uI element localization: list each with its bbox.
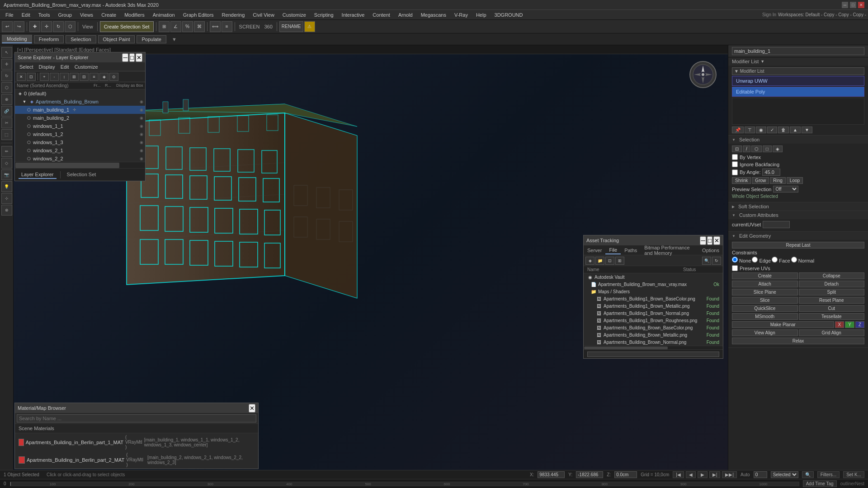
angle-snap[interactable]: ∠ — [170, 21, 181, 32]
lt-helper[interactable]: ⊹ — [1, 193, 12, 204]
play-btn[interactable]: ▶ — [698, 471, 708, 478]
lt-snap[interactable]: ⊕ — [1, 94, 12, 105]
menu-customize[interactable]: Customize — [279, 11, 310, 19]
grow-btn[interactable]: Grow — [752, 177, 769, 184]
menu-group[interactable]: Group — [54, 11, 75, 19]
reset-plane-btn[interactable]: Reset Plane — [799, 297, 865, 304]
se-row-w13[interactable]: ⬡ windows_1_3 ◉ — [15, 138, 145, 146]
se-row-w22[interactable]: ⬡ windows_2_2 ◉ — [15, 155, 145, 162]
frame-input[interactable] — [754, 471, 767, 478]
at-row-maxfile[interactable]: 📄 Apartments_Building_Brown_max_vray.max… — [584, 281, 723, 288]
mb-titlebar[interactable]: Material/Map Browser ✕ — [15, 403, 258, 413]
menu-views[interactable]: Views — [76, 11, 97, 19]
maximize-button[interactable]: □ — [850, 2, 856, 8]
se-tb-2[interactable]: ⊡ — [27, 73, 36, 81]
lt-light[interactable]: 💡 — [1, 181, 12, 192]
at-tb-refresh[interactable]: ↻ — [712, 257, 721, 265]
tessellate-btn[interactable]: Tessellate — [799, 313, 865, 320]
search-btn[interactable]: 🔍 — [802, 471, 814, 478]
scale-button[interactable]: ⬡ — [65, 21, 75, 32]
se-menu-display[interactable]: Display — [36, 63, 58, 70]
y-coord[interactable] — [576, 471, 603, 478]
align-button[interactable]: ≡ — [222, 21, 232, 32]
se-menu-edit[interactable]: Edit — [58, 63, 72, 70]
at-row-vault[interactable]: ◉ Autodesk Vault — [584, 273, 723, 281]
timeline[interactable]: 100 200 300 400 500 600 700 800 900 1000 — [10, 482, 799, 486]
se-menu-customize[interactable]: Customize — [72, 63, 101, 70]
relax-btn[interactable]: Relax — [732, 338, 864, 344]
preview-sel-select[interactable]: Off SubObj — [773, 186, 798, 192]
at-row-img4[interactable]: 🖼 Apartments_Building1_Brown_Roughness.p… — [584, 317, 723, 324]
redo-button[interactable]: ↪ — [14, 21, 24, 32]
se-tab-selection[interactable]: Selection Set — [64, 171, 99, 179]
menu-create[interactable]: Create — [98, 11, 120, 19]
se-row-w21[interactable]: ⬡ windows_2_1 ◉ — [15, 146, 145, 155]
rotate-button[interactable]: ↻ — [53, 21, 64, 32]
soft-selection-header[interactable]: ▶ Soft Selection — [728, 202, 868, 211]
at-tb-3[interactable]: ⊡ — [605, 257, 614, 265]
mb-close[interactable]: ✕ — [249, 404, 255, 413]
mirror-button[interactable]: ⟺ — [210, 21, 221, 32]
at-minimize[interactable]: ─ — [700, 236, 706, 245]
mod-show-result[interactable]: ◉ — [756, 127, 766, 133]
tab-selection[interactable]: Selection — [66, 35, 96, 43]
close-button[interactable]: ✕ — [858, 2, 864, 8]
by-angle-input[interactable] — [762, 169, 780, 176]
mb-search-input[interactable] — [17, 414, 256, 422]
menu-scripting[interactable]: Scripting — [311, 11, 337, 19]
at-row-img5[interactable]: 🖼 Apartments_Building_Brown_BaseColor.pn… — [584, 324, 723, 331]
x-coord[interactable] — [538, 471, 565, 478]
msmooth-btn[interactable]: MSmooth — [732, 313, 798, 320]
se-row-0-default[interactable]: ◈ 0 (default) — [15, 89, 145, 98]
custom-attributes-header[interactable]: ▼ Custom Attributes — [728, 211, 868, 219]
at-row-maps[interactable]: 📁 Maps / Shaders — [584, 288, 723, 295]
set-key-btn[interactable]: Set K... — [843, 471, 864, 478]
menu-tools[interactable]: Tools — [35, 11, 54, 19]
by-angle-cb[interactable] — [732, 169, 738, 175]
make-planar-btn[interactable]: Make Planar — [732, 321, 834, 328]
menu-edit[interactable]: Edit — [18, 11, 34, 19]
selected-dropdown[interactable]: Selected — [771, 471, 798, 478]
ring-btn[interactable]: Ring — [770, 177, 786, 184]
menu-3dground[interactable]: 3DGROUND — [491, 11, 527, 19]
modifier-list-header[interactable]: Modifier List ▼ — [728, 57, 868, 66]
play-end[interactable]: ▶▶| — [722, 471, 737, 478]
mat-row-2[interactable]: Apartments_Building_in_Berlin_part_2_MAT… — [15, 451, 258, 469]
at-row-img7[interactable]: 🖼 Apartments_Building_Brown_Normal.png F… — [584, 338, 723, 346]
se-tb-4[interactable]: - — [50, 73, 59, 81]
se-titlebar[interactable]: Scene Explorer - Layer Explorer ─ □ ✕ — [15, 52, 145, 62]
warning-button[interactable]: ⚠ — [304, 21, 315, 32]
play-start[interactable]: |◀ — [673, 471, 684, 478]
menu-civil-view[interactable]: Civil View — [249, 11, 278, 19]
se-scrollbar[interactable] — [15, 162, 145, 168]
se-tb-9[interactable]: ◈ — [99, 73, 108, 81]
minimize-button[interactable]: ─ — [842, 2, 848, 8]
edit-geometry-header[interactable]: ▼ Edit Geometry — [728, 232, 868, 240]
add-time-tag-btn[interactable]: Add Time Tag — [803, 480, 837, 487]
spinner-snap[interactable]: ⌘ — [194, 21, 205, 32]
next-frame[interactable]: ▶| — [709, 471, 721, 478]
menu-interactive[interactable]: Interactive — [338, 11, 368, 19]
mod-move-up[interactable]: ▲ — [790, 127, 801, 133]
lt-scale[interactable]: ⬡ — [1, 82, 12, 93]
lt-bind[interactable]: ⬚ — [1, 129, 12, 140]
by-vertex-cb[interactable] — [732, 154, 738, 160]
tab-object-paint[interactable]: Object Paint — [98, 35, 135, 43]
se-tb-10[interactable]: ⊙ — [109, 73, 118, 81]
menu-megascans[interactable]: Megascans — [417, 11, 450, 19]
split-btn[interactable]: Split — [799, 289, 865, 296]
se-menu-select[interactable]: Select — [17, 63, 36, 70]
at-row-img3[interactable]: 🖼 Apartments_Building1_Brown_Normal.png … — [584, 310, 723, 317]
view-align-btn[interactable]: View Align — [732, 329, 798, 336]
at-row-img1[interactable]: 🖼 Apartments_Building1_Brown_BaseColor.p… — [584, 295, 723, 302]
at-tb-search[interactable]: 🔍 — [702, 257, 711, 265]
lt-camera[interactable]: 📷 — [1, 169, 12, 180]
vertex-btn[interactable]: ⊡ — [732, 145, 742, 152]
edge-btn[interactable]: / — [743, 145, 750, 152]
lt-space[interactable]: ⊗ — [1, 205, 12, 216]
se-row-w11[interactable]: ⬡ windows_1_1 ◉ — [15, 122, 145, 130]
at-tb-1[interactable]: ◈ — [585, 257, 594, 265]
rename-button[interactable]: RENAME — [279, 21, 303, 32]
mat-row-1[interactable]: Apartments_Building_in_Berlin_part_1_MAT… — [15, 433, 258, 451]
at-scrollbar[interactable] — [584, 346, 723, 349]
